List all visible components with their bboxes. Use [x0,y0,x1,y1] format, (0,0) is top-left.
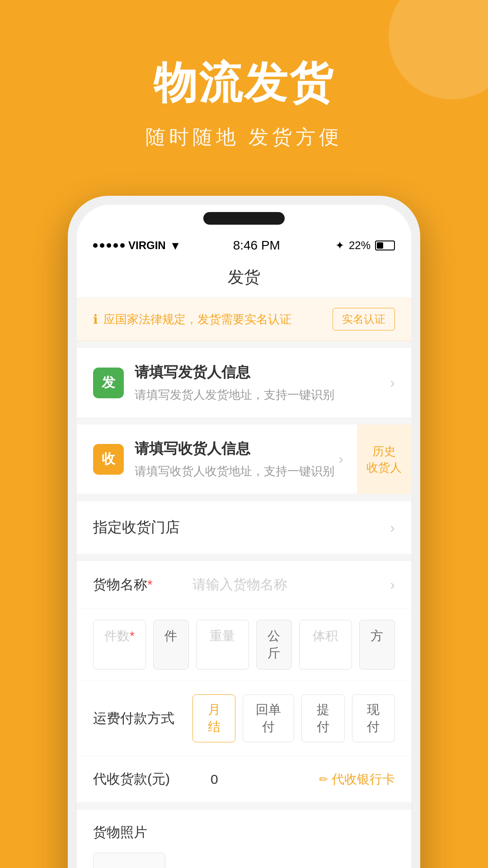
receiver-title: 请填写收货人信息 [135,439,338,459]
app-nav-title: 发货 [77,259,411,298]
cod-row: 代收货款(元) 0 ✏ 代收银行卡 [77,756,411,802]
weight-unit-btn[interactable]: 公斤 [256,620,292,670]
goods-form-card: 货物名称* 请输入货物名称 › 件数* 件 重量 公斤 体积 [77,561,411,681]
sender-chevron-icon: › [390,374,395,391]
volume-unit-btn[interactable]: 方 [359,620,395,670]
receiver-subtitle: 请填写收货人收货地址，支持一键识别 [135,463,338,479]
status-time: 8:46 PM [233,238,280,253]
history-receiver-button[interactable]: 历史收货人 [357,425,411,494]
goods-name-label: 货物名称* [93,576,192,594]
phone-mockup: VIRGIN ▾ 8:46 PM ✦ 22% 发货 [68,196,420,868]
phone-notch [203,212,285,225]
photo-label: 货物照片 [93,823,395,842]
notice-icon: ℹ [93,312,98,327]
pay-option-monthly[interactable]: 月结 [192,694,235,742]
store-row[interactable]: 指定收货门店 › [77,501,411,554]
payment-options: 月结 回单付 提付 现付 [192,694,395,742]
units-row: 件数* 件 重量 公斤 体积 方 [77,609,411,681]
add-photo-button[interactable]: + [93,853,165,868]
payment-row: 运费付款方式 月结 回单付 提付 现付 [77,681,411,756]
phone-screen: VIRGIN ▾ 8:46 PM ✦ 22% 发货 [77,205,411,868]
cod-value: 0 [211,772,319,787]
photo-section: 货物照片 + [77,810,411,868]
status-bar: VIRGIN ▾ 8:46 PM ✦ 22% [77,232,411,259]
sender-content: 请填写发货人信息 请填写发货人发货地址，支持一键识别 [135,363,390,403]
status-right: ✦ 22% [335,239,395,252]
quantity-input[interactable]: 件数* [93,620,146,670]
real-name-auth-button[interactable]: 实名认证 [333,308,395,330]
quantity-unit-btn[interactable]: 件 [153,620,189,670]
goods-name-input[interactable]: 请输入货物名称 [192,576,390,594]
receiver-chevron-icon: › [338,451,343,467]
pay-option-pickup[interactable]: 提付 [301,694,344,742]
pay-option-cash[interactable]: 现付 [352,694,395,742]
pay-option-return[interactable]: 回单付 [243,694,294,742]
hero-section: 物流发货 随时随地 发货方便 [0,0,488,178]
battery-icon [375,241,395,250]
sender-subtitle: 请填写发货人发货地址，支持一键识别 [135,387,390,403]
weight-input[interactable]: 重量 [196,620,249,670]
receiver-content: 请填写收货人信息 请填写收货人收货地址，支持一键识别 [135,439,338,479]
notice-message: 应国家法律规定，发货需要实名认证 [103,311,291,327]
goods-name-row[interactable]: 货物名称* 请输入货物名称 › [77,561,411,609]
notch-bar [77,205,411,232]
wifi-icon: ▾ [172,239,178,253]
sender-icon: 发 [93,368,124,398]
cod-link-label: 代收银行卡 [332,771,395,788]
cod-bank-card-link[interactable]: ✏ 代收银行卡 [319,771,395,788]
phone-outer-shell: VIRGIN ▾ 8:46 PM ✦ 22% 发货 [68,196,420,868]
store-label: 指定收货门店 [93,518,180,538]
sender-card[interactable]: 发 请填写发货人信息 请填写发货人发货地址，支持一键识别 › [77,348,411,417]
notice-text: ℹ 应国家法律规定，发货需要实名认证 [93,311,291,327]
goods-name-chevron-icon: › [390,576,395,593]
notice-banner: ℹ 应国家法律规定，发货需要实名认证 实名认证 [77,298,411,341]
pencil-icon: ✏ [319,773,328,786]
sender-row[interactable]: 发 请填写发货人信息 请填写发货人发货地址，支持一键识别 › [77,348,411,417]
volume-input[interactable]: 体积 [299,620,352,670]
battery-percent: 22% [349,239,371,252]
receiver-card[interactable]: 收 请填写收货人信息 请填写收货人收货地址，支持一键识别 › 历史收货人 [77,425,411,494]
bluetooth-icon: ✦ [335,239,344,252]
sender-title: 请填写发货人信息 [135,363,390,382]
app-content: ℹ 应国家法律规定，发货需要实名认证 实名认证 发 请填写发货人信息 请填写发货… [77,298,411,868]
status-left: VIRGIN ▾ [93,239,178,253]
carrier-label: VIRGIN [128,239,166,252]
hero-title: 物流发货 [27,54,461,113]
store-chevron-icon: › [390,519,395,536]
cod-label: 代收货款(元) [93,770,211,788]
payment-label: 运费付款方式 [93,709,174,728]
hero-subtitle: 随时随地 发货方便 [27,124,461,151]
receiver-icon: 收 [93,444,124,475]
signal-dots [93,243,125,248]
